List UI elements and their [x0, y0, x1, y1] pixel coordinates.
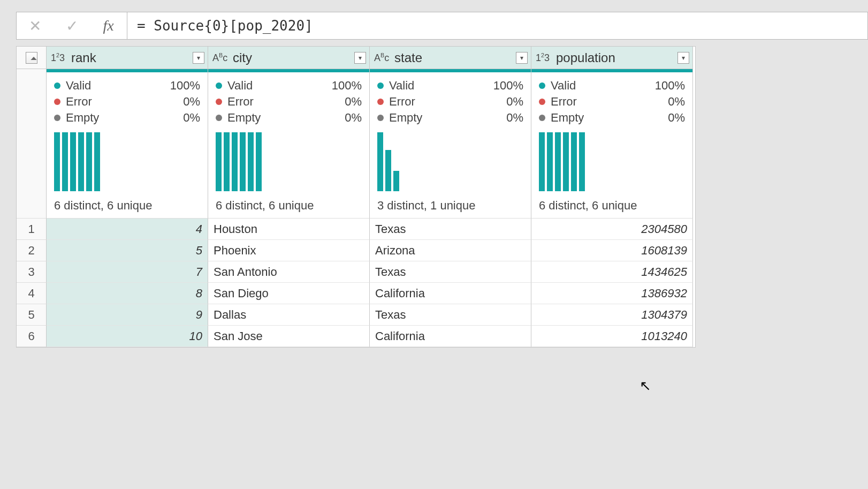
- cell-city[interactable]: San Diego: [208, 283, 370, 304]
- column-name: city: [233, 50, 350, 65]
- quality-gutter: [17, 72, 47, 219]
- text-type-icon: ABc: [212, 52, 229, 64]
- table-icon: [26, 52, 37, 64]
- data-preview-table: 123rank▾ABccity▾ABcstate▾123population▾V…: [16, 46, 696, 348]
- quality-label: Error: [66, 95, 183, 109]
- number-type-icon: 123: [536, 52, 552, 64]
- cancel-button[interactable]: ✕: [17, 12, 54, 39]
- column-filter-dropdown[interactable]: ▾: [677, 52, 689, 64]
- column-name: rank: [71, 50, 188, 65]
- error-dot-icon: [539, 99, 545, 105]
- quality-pct: 100%: [170, 79, 200, 93]
- text-type-icon: ABc: [374, 52, 390, 64]
- cell-rank[interactable]: 5: [47, 240, 208, 261]
- formula-bar-buttons: ✕ ✓ fx: [16, 12, 127, 40]
- cell-city[interactable]: San Antonio: [208, 261, 370, 283]
- distinct-summary: 6 distinct, 6 unique: [216, 199, 362, 213]
- cell-rank[interactable]: 8: [47, 283, 208, 304]
- error-dot-icon: [216, 99, 222, 105]
- cell-population[interactable]: 2304580: [531, 219, 693, 240]
- valid-dot-icon: [54, 82, 60, 89]
- quality-label: Error: [551, 95, 668, 109]
- distribution-bars: [54, 132, 200, 191]
- row-number[interactable]: 1: [17, 219, 47, 240]
- column-filter-dropdown[interactable]: ▾: [193, 52, 204, 64]
- quality-pct: 100%: [655, 79, 685, 93]
- cell-city[interactable]: Phoenix: [208, 240, 370, 261]
- cell-rank[interactable]: 7: [47, 261, 208, 283]
- column-name: population: [556, 50, 673, 65]
- quality-pct: 100%: [332, 79, 362, 93]
- cell-rank[interactable]: 9: [47, 304, 208, 326]
- cell-state[interactable]: Texas: [370, 219, 531, 240]
- quality-pct: 0%: [183, 111, 200, 125]
- formula-bar: ✕ ✓ fx = Source{0}[pop_2020]: [16, 12, 868, 40]
- quality-pct: 0%: [506, 111, 523, 125]
- cell-rank[interactable]: 10: [47, 326, 208, 347]
- row-number[interactable]: 2: [17, 240, 47, 261]
- row-number[interactable]: 3: [17, 261, 47, 283]
- mouse-cursor-icon: ↖: [639, 378, 651, 394]
- column-quality-state: Valid100%Error0%Empty0%3 distinct, 1 uni…: [370, 72, 531, 219]
- column-header-city[interactable]: ABccity▾: [208, 47, 370, 69]
- quality-label: Empty: [551, 111, 668, 125]
- quality-label: Valid: [227, 79, 332, 93]
- quality-pct: 0%: [345, 111, 362, 125]
- distinct-summary: 6 distinct, 6 unique: [539, 199, 685, 213]
- cell-state[interactable]: Texas: [370, 304, 531, 326]
- valid-dot-icon: [377, 82, 384, 89]
- fx-icon: fx: [90, 12, 127, 39]
- row-number[interactable]: 6: [17, 326, 47, 347]
- cell-population[interactable]: 1608139: [531, 240, 693, 261]
- quality-label: Empty: [227, 111, 345, 125]
- quality-pct: 0%: [506, 95, 523, 109]
- cell-city[interactable]: San Jose: [208, 326, 370, 347]
- cell-state[interactable]: Arizona: [370, 240, 531, 261]
- cell-population[interactable]: 1013240: [531, 326, 693, 347]
- quality-label: Error: [227, 95, 345, 109]
- distribution-bars: [216, 132, 362, 191]
- cell-state[interactable]: Texas: [370, 261, 531, 283]
- cell-city[interactable]: Houston: [208, 219, 370, 240]
- formula-input[interactable]: = Source{0}[pop_2020]: [127, 12, 868, 40]
- quality-label: Valid: [551, 79, 655, 93]
- column-quality-population: Valid100%Error0%Empty0%6 distinct, 6 uni…: [531, 72, 693, 219]
- error-dot-icon: [377, 99, 384, 105]
- quality-label: Valid: [389, 79, 493, 93]
- distribution-bars: [539, 132, 685, 191]
- row-number[interactable]: 4: [17, 283, 47, 304]
- error-dot-icon: [54, 99, 60, 105]
- column-header-population[interactable]: 123population▾: [531, 47, 693, 69]
- empty-dot-icon: [54, 115, 60, 121]
- empty-dot-icon: [377, 115, 384, 121]
- empty-dot-icon: [539, 115, 545, 121]
- column-header-state[interactable]: ABcstate▾: [370, 47, 531, 69]
- column-quality-city: Valid100%Error0%Empty0%6 distinct, 6 uni…: [208, 72, 370, 219]
- distinct-summary: 3 distinct, 1 unique: [377, 199, 523, 213]
- cell-city[interactable]: Dallas: [208, 304, 370, 326]
- cell-population[interactable]: 1304379: [531, 304, 693, 326]
- number-type-icon: 123: [51, 52, 67, 64]
- column-name: state: [394, 50, 512, 65]
- distinct-summary: 6 distinct, 6 unique: [54, 199, 200, 213]
- cell-rank[interactable]: 4: [47, 219, 208, 240]
- quality-pct: 0%: [183, 95, 200, 109]
- cell-state[interactable]: California: [370, 326, 531, 347]
- column-filter-dropdown[interactable]: ▾: [516, 52, 528, 64]
- cell-population[interactable]: 1386932: [531, 283, 693, 304]
- column-quality-rank: Valid100%Error0%Empty0%6 distinct, 6 uni…: [47, 72, 208, 219]
- cell-state[interactable]: California: [370, 283, 531, 304]
- quality-label: Error: [389, 95, 506, 109]
- quality-label: Empty: [389, 111, 506, 125]
- empty-dot-icon: [216, 115, 222, 121]
- column-filter-dropdown[interactable]: ▾: [354, 52, 366, 64]
- valid-dot-icon: [216, 82, 222, 89]
- quality-label: Empty: [66, 111, 183, 125]
- column-header-rank[interactable]: 123rank▾: [47, 47, 208, 69]
- valid-dot-icon: [539, 82, 545, 89]
- select-all-corner[interactable]: [17, 47, 47, 69]
- cell-population[interactable]: 1434625: [531, 261, 693, 283]
- distribution-bars: [377, 132, 523, 191]
- row-number[interactable]: 5: [17, 304, 47, 326]
- confirm-button[interactable]: ✓: [54, 12, 90, 39]
